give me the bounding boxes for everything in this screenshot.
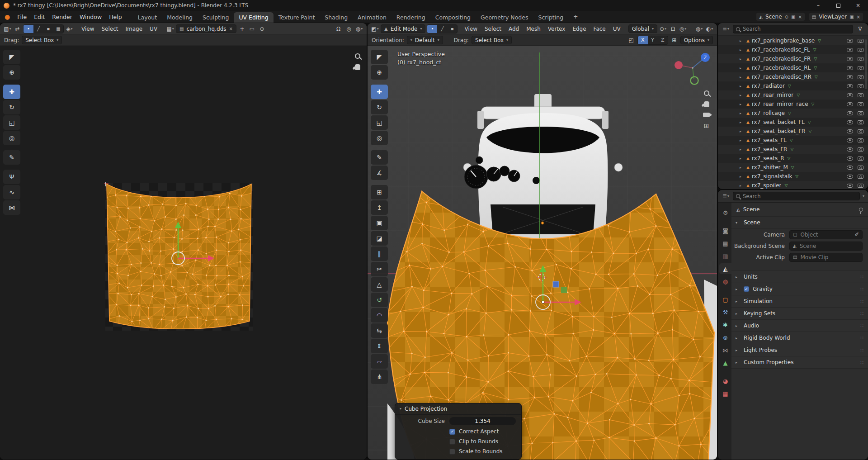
disable-render-icon[interactable] [858,66,863,70]
tool-button[interactable]: ↺ [371,293,388,307]
uv-menu-item[interactable]: View [78,24,98,33]
properties-tab[interactable]: ⋈ [719,345,731,356]
orientation-dropdown[interactable]: ▾Default▾ [407,36,443,44]
outliner-item[interactable]: ▸ ▲ rx7_rollcage ▽ [718,109,868,118]
blender-menu-icon[interactable]: ● [0,13,14,20]
overlays-button[interactable]: ◐▾ [705,24,714,33]
uv-vertex-mode-button[interactable]: • [24,25,33,33]
uv-canvas[interactable]: ◤⊕✚↻◱◎✎Ψ∿⋈ [0,46,367,460]
tool-button[interactable]: ◎ [3,131,20,145]
show-gizmo-button[interactable]: ◍▾ [695,24,703,33]
outliner-item[interactable]: ▸ ▲ rx7_seats_FL ▽ [718,136,868,145]
image-datablock[interactable]: ▤ carbon_hq.dds × [176,24,236,33]
workspace-tab[interactable]: Layout [133,12,162,23]
proportional-edit-icon[interactable]: ◎▾ [679,24,687,33]
workspace-tab[interactable]: Shading [320,12,353,23]
object-name[interactable]: rx7_racebrakedisc_FR [752,56,811,62]
workspace-tab[interactable]: Scripting [533,12,568,23]
viewport-canvas[interactable]: ◤⊕✚↻◱◎✎∡⊞↥▣◪∥✂△↺◠⇆⇕▱⋔ User Perspective (… [368,46,717,460]
properties-tab[interactable]: ⚙ [719,207,731,218]
disable-render-icon[interactable] [858,84,863,88]
object-name[interactable]: rx7_radiator [752,83,785,89]
properties-tab[interactable]: ◍ [719,276,731,287]
overlays-button[interactable]: ◍▾ [355,24,363,33]
tool-button[interactable]: ✚ [371,85,388,99]
workspace-tab[interactable]: Geometry Nodes [476,12,533,23]
tool-button[interactable]: ◪ [371,231,388,246]
hide-viewport-icon[interactable] [847,156,853,161]
transform-orientation-dropdown[interactable]: Global▾ [628,24,657,33]
scene-section-header[interactable]: ▾ Scene [731,217,868,229]
properties-tab[interactable]: ◙ [719,225,731,236]
drag-handle-icon[interactable]: ∷ [860,347,864,353]
expand-icon[interactable]: ▸ [740,129,744,133]
filter-icon[interactable]: ∇ [856,25,864,33]
hide-viewport-icon[interactable] [847,57,853,61]
tool-button[interactable]: ⇆ [371,323,388,338]
expand-icon[interactable]: ▸ [736,287,740,291]
outliner-item[interactable]: ▸ ▲ rx7_seats_R ▽ [718,154,868,163]
axis-toggle[interactable]: X [638,36,648,44]
eyedropper-icon[interactable]: ✐ [855,232,859,237]
drag-mode-dropdown[interactable]: Select Box▾ [472,36,512,44]
drag-handle-icon[interactable]: ∷ [860,311,864,317]
expand-icon[interactable]: ▸ [740,39,744,43]
workspace-tab[interactable]: Texture Paint [274,12,320,23]
disable-render-icon[interactable] [858,184,863,188]
disable-render-icon[interactable] [858,147,863,152]
hide-viewport-icon[interactable] [847,39,853,43]
object-name[interactable]: rx7_spoiler [752,182,782,189]
drag-handle-icon[interactable]: ∷ [860,335,864,341]
sticky-select-button[interactable]: ◈▾ [65,24,74,33]
expand-icon[interactable]: ▸ [736,348,740,352]
cube-projection-panel[interactable]: ▾ Cube Projection Cube Size 1.354 Correc… [395,403,522,460]
viewport-menu-item[interactable]: View [461,24,481,33]
tool-button[interactable]: ∥ [371,247,388,261]
properties-tab[interactable]: ▢ [719,294,731,305]
pan-icon[interactable] [704,101,709,107]
tool-button[interactable]: ✂ [371,262,388,276]
expand-icon[interactable]: ▸ [740,184,744,188]
expand-icon[interactable]: ▸ [736,299,740,304]
tool-button[interactable]: ▱ [371,354,388,369]
hide-viewport-icon[interactable] [847,184,853,188]
workspace-tab[interactable]: Rendering [392,12,430,23]
object-name[interactable]: rx7_racebrakedisc_FL [752,47,810,53]
disable-render-icon[interactable] [858,129,863,133]
tool-button[interactable]: ◤ [3,50,20,64]
object-name[interactable]: rx7_seat_backet_FL [752,119,805,125]
pin-icon[interactable]: ⊙ [785,14,788,19]
object-name[interactable]: rx7_rollcage [752,110,785,116]
properties-tab[interactable]: ▦ [719,388,731,399]
face-mode-button[interactable]: ▪ [447,25,457,33]
workspace-tab[interactable]: Compositing [430,12,476,23]
options-chevron-icon[interactable]: ▾ [863,194,864,198]
disable-render-icon[interactable] [858,111,863,115]
tool-button[interactable]: ↻ [371,100,388,114]
tool-button[interactable]: ⋔ [371,370,388,384]
disable-render-icon[interactable] [858,166,863,170]
expand-icon[interactable]: ▸ [736,336,740,340]
expand-icon[interactable]: ▸ [740,93,744,97]
hide-viewport-icon[interactable] [847,175,853,179]
section-checkbox[interactable] [744,286,749,292]
hide-viewport-icon[interactable] [847,48,853,52]
outliner-item[interactable]: ▸ ▲ rx7_signalstalk ▽ [718,172,868,181]
outliner-item[interactable]: ▸ ▲ rx7_rear_mirror_race ▽ [718,100,868,109]
snap-toggle-icon[interactable]: Ω [669,24,677,33]
tool-button[interactable]: ◱ [371,115,388,130]
viewport-menu-item[interactable]: Edge [569,24,590,33]
properties-tab[interactable]: ▤ [719,238,731,249]
object-name[interactable]: rx7_racebrakedisc_RL [752,65,811,71]
properties-search-input[interactable] [743,193,857,199]
close-button[interactable]: × [848,0,868,11]
viewport-menu-item[interactable]: Add [505,24,523,33]
uv-menu-item[interactable]: Select [98,24,122,33]
options-dropdown[interactable]: Options▾ [680,36,713,44]
uv-sync-icon[interactable]: ⇄ [13,24,22,33]
disable-render-icon[interactable] [858,75,863,79]
expand-icon[interactable]: ▸ [736,360,740,365]
properties-search[interactable] [733,192,860,200]
disable-render-icon[interactable] [858,57,863,61]
object-name[interactable]: rx7_racebrakedisc_RR [752,74,811,80]
